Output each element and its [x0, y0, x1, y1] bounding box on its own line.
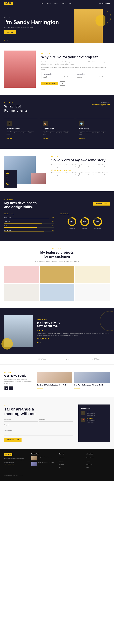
hero-dots [4, 40, 8, 40]
why-title: Why hire me for your next project? [41, 55, 110, 59]
footer-support-link-1[interactable]: About Us [59, 457, 64, 458]
service-desc-web: Lorem ipsum dolor sit amet consectetur a… [6, 130, 35, 136]
contact-email-input[interactable] [39, 418, 73, 422]
contact-info: Contact Info 📞 My Phone +00 568 968 481 … [78, 404, 110, 442]
footer-logo[interactable]: BE CO. [4, 453, 12, 456]
footer-support-link-3[interactable]: Media Kit [59, 464, 64, 465]
story-stat-num-4: 04. [6, 183, 15, 185]
news-read-more-2[interactable]: Read More [74, 387, 80, 389]
what-header: WHAT I DO What I do! For my clients. Let… [4, 102, 110, 114]
footer-support-link-2[interactable]: Careers [59, 460, 63, 462]
footer-tagline: Lorem ipsum dolor sit amet consectetur a… [4, 458, 27, 461]
footer-phone[interactable]: +00 597 846 238 [4, 463, 27, 465]
nav-logo[interactable]: BE CO. [4, 2, 13, 5]
form-row-1 [4, 418, 73, 422]
footer-bottom: © 2021 BE CO. All Rights Reserved. [4, 475, 110, 476]
news-image-1 [37, 372, 72, 383]
project-item-4[interactable] [4, 284, 39, 301]
story-right: ABOUT ME Some word of my awesome story L… [51, 156, 110, 184]
news-desc: Lorem ipsum dolor sit amet consectetur a… [4, 378, 33, 384]
contact-subject-input[interactable] [4, 423, 73, 427]
news-prev-button[interactable] [4, 386, 8, 390]
nav-link-home[interactable]: Home [41, 2, 45, 4]
news-next-button[interactable] [9, 386, 13, 390]
svg-marker-6 [6, 388, 6, 389]
nav-link-blog[interactable]: Blog [69, 2, 71, 4]
skill-wp-pct: 80% [52, 230, 54, 231]
footer-news-2: Work On The Latest UI Design [31, 462, 55, 466]
contact-name-input[interactable] [4, 418, 38, 422]
what-title-block: WHAT I DO What I do! For my clients. [4, 102, 28, 114]
project-item-2[interactable] [40, 266, 74, 283]
project-item-5[interactable] [40, 284, 74, 301]
service-link-web[interactable]: Read More [6, 138, 12, 139]
skills-header: MY SKILLS My own developer'sand design s… [4, 198, 110, 209]
nav-link-about[interactable]: About [47, 2, 51, 4]
footer-news-text-1: Story Of Portfolio Has Gone [38, 456, 52, 460]
project-item-3[interactable] [75, 266, 110, 283]
testi-dot-3[interactable] [40, 342, 41, 343]
nav-phone: +01 597 846 018 [99, 2, 110, 4]
contact-submit-button[interactable]: Send Message [4, 438, 21, 442]
footer-about-title: About Us [87, 453, 110, 455]
what-title: What I do! For my clients. [4, 104, 28, 112]
projects-header: PORTFOLIO My featured projects for my cu… [4, 248, 110, 262]
service-link-brand[interactable]: Read More [79, 138, 85, 139]
footer-support: Support About Us Careers Media Kit Blog [59, 453, 82, 469]
nav-links: Home About Service Projects Blog [41, 2, 71, 4]
footer-brand: BE CO. Lorem ipsum dolor sit amet consec… [4, 453, 27, 469]
service-card-graphic: 🎨 Graphic Design Lorem ipsum dolor sit a… [40, 118, 74, 142]
service-card-brand: 💎 Brand Identity Lorem ipsum dolor sit a… [77, 118, 110, 142]
hero-dot-2[interactable] [6, 40, 6, 40]
service-link-graphic[interactable]: Read More [43, 138, 48, 139]
testimonial-person-image [4, 315, 33, 347]
testimonial-circle-deco [1, 338, 13, 350]
skill-js-bar [4, 223, 42, 224]
project-item-6[interactable] [75, 284, 110, 301]
hero-description: Freelancer UI/UX Designer | Create websi… [4, 26, 110, 28]
service-name-brand: Brand Identity [79, 128, 108, 130]
what-email[interactable]: hellomarks@gmail.com [92, 104, 110, 106]
footer-about-link-1[interactable]: Privacy Policy [87, 457, 94, 458]
hero-dot-1[interactable] [4, 40, 5, 40]
contact-phone-1: +00 568 968 481 [87, 413, 95, 415]
why-box-1-text: Lorem ipsum dolor sit amet consectetur a… [43, 75, 74, 78]
why-play-button[interactable]: ▶ [60, 82, 65, 86]
story-text: Lorem ipsum dolor sit amet consectetur a… [51, 164, 110, 168]
nav-link-service[interactable]: Service [54, 2, 58, 4]
nav-link-projects[interactable]: Projects [61, 2, 66, 4]
story-title: Some word of my awesome story [51, 158, 110, 162]
brand-identity-icon: 💎 [79, 121, 84, 126]
skills-tag: MY SKILLS [4, 198, 37, 200]
story-stat-label-2: Skill level [6, 178, 15, 178]
news-card-2: How Work On The Latest UI Design Models.… [74, 372, 110, 390]
partner-deters2: DETERS SOLUTIONS [92, 358, 100, 360]
project-item-1[interactable] [4, 266, 39, 283]
story-stat-num-2: 85 [6, 175, 15, 178]
testi-dot-2[interactable] [38, 342, 39, 343]
story-work-title: Work in company Generators [51, 170, 110, 171]
footer-support-links: About Us Careers Media Kit Blog [59, 456, 82, 468]
service-name-graphic: Graphic Design [43, 128, 71, 130]
why-tag: PORTFOLIO [41, 53, 110, 54]
skills-download-button[interactable]: Download CV [93, 202, 110, 206]
news-title: Get News Feeds [4, 374, 33, 378]
footer-latest-posts: Latest Post Story Of Portfolio Has Gone … [31, 453, 55, 469]
footer-about-link-2[interactable]: Terms [87, 460, 90, 462]
news-read-more-1[interactable]: Read More [37, 387, 43, 389]
footer-support-link-4[interactable]: Blog [59, 467, 61, 468]
testimonial-author: Matthew Winston [37, 338, 110, 339]
contact-message-input[interactable] [4, 428, 73, 436]
why-box-1-title: Creative Design [43, 73, 74, 75]
why-download-button[interactable]: Download CV [41, 82, 58, 85]
footer-contact-line: Let's talk with me? +00 597 846 238 [4, 462, 27, 465]
footer-about-link-3[interactable]: Help Center [87, 464, 93, 465]
testi-dot-1[interactable] [37, 342, 38, 343]
hero-dot-3[interactable] [7, 40, 8, 40]
footer-about-link-4[interactable]: FAQ [87, 467, 89, 468]
phone-icon: 📞 [81, 411, 85, 415]
hero-cta-button[interactable]: Hire Me [4, 30, 16, 34]
news-card-title-2: How Work On The Latest UI Design Models. [74, 384, 110, 386]
skill-js-name: JavaScript [4, 221, 10, 222]
projects-title: My featured projects for my customer [4, 250, 110, 259]
